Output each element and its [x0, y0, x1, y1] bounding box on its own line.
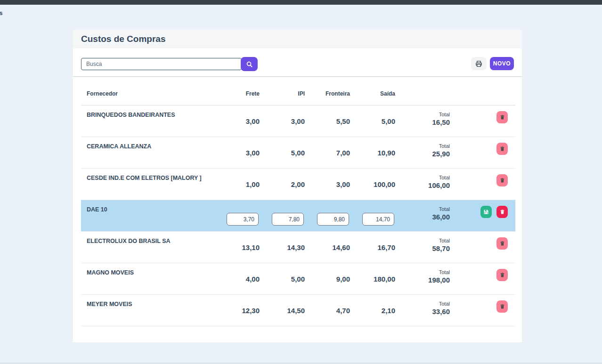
table-row-editing: DAE 10 Total 36,00	[81, 200, 515, 232]
fronteira-value: 9,00	[305, 263, 350, 294]
table-row[interactable]: BRINQUEDOS BANDEIRANTES 3,00 3,00 5,50 5…	[81, 105, 515, 137]
total-value: 33,60	[395, 307, 450, 315]
search-button[interactable]	[241, 57, 258, 71]
total-cell: Total 58,70	[395, 232, 450, 263]
ipi-input[interactable]	[272, 213, 304, 226]
trash-icon	[500, 209, 505, 215]
table-row[interactable]: MEYER MOVEIS 12,30 14,50 4,70 2,10 Total…	[81, 295, 515, 326]
search-icon	[246, 61, 253, 68]
row-actions	[450, 295, 515, 326]
delete-button[interactable]	[496, 206, 508, 218]
total-value: 16,50	[395, 118, 450, 126]
frete-value: 1,00	[214, 169, 260, 200]
supplier-name: MAGNO MOVEIS	[81, 263, 214, 294]
total-cell: Total 36,00	[395, 200, 450, 231]
table-row[interactable]: CERAMICA ALLEANZA 3,00 5,00 7,00 10,90 T…	[81, 137, 515, 169]
delete-button[interactable]	[496, 237, 508, 250]
page-title: Custos de Compras	[81, 34, 165, 44]
saida-value: 10,90	[350, 137, 395, 168]
saida-value: 2,10	[350, 295, 395, 326]
supplier-name: CERAMICA ALLEANZA	[81, 137, 214, 168]
ipi-value: 2,00	[260, 169, 305, 200]
delete-button[interactable]	[496, 300, 508, 313]
total-label: Total	[395, 206, 450, 212]
saida-value: 16,70	[350, 232, 395, 263]
table-row[interactable]: ELECTROLUX DO BRASIL SA 13,10 14,30 14,6…	[81, 232, 515, 263]
novo-button[interactable]: NOVO	[490, 57, 514, 70]
supplier-name: DAE 10	[81, 200, 214, 231]
total-label: Total	[395, 143, 450, 149]
supplier-name: ELECTROLUX DO BRASIL SA	[81, 232, 214, 263]
fronteira-value: 3,00	[305, 169, 350, 200]
row-actions	[450, 169, 515, 200]
floppy-disk-icon	[483, 209, 489, 215]
fronteira-cell	[305, 200, 350, 231]
frete-value: 13,10	[214, 232, 260, 263]
saida-value: 5,00	[350, 105, 395, 137]
total-value: 106,00	[395, 181, 450, 189]
total-label: Total	[395, 301, 450, 307]
fronteira-value: 4,70	[305, 295, 350, 326]
total-label: Total	[395, 112, 450, 117]
delete-button[interactable]	[496, 269, 508, 281]
card-header: Custos de Compras	[73, 30, 522, 49]
total-cell: Total 106,00	[395, 169, 450, 200]
column-header-fornecedor: Fornecedor	[81, 90, 214, 105]
trash-icon	[500, 146, 505, 152]
print-button[interactable]	[471, 57, 487, 70]
column-header-ipi: IPI	[260, 90, 305, 105]
row-actions	[450, 232, 515, 263]
total-label: Total	[395, 238, 450, 243]
table-row[interactable]: CESDE IND.E COM ELETROS [MALORY ] 1,00 2…	[81, 169, 515, 200]
supplier-name: BRINQUEDOS BANDEIRANTES	[81, 105, 214, 137]
total-value: 58,70	[395, 244, 450, 252]
trash-icon	[500, 114, 505, 120]
frete-value: 3,00	[214, 137, 260, 168]
trash-icon	[500, 272, 505, 278]
row-actions	[450, 105, 515, 137]
toolbar: NOVO	[73, 49, 522, 77]
total-cell: Total 25,90	[395, 137, 450, 168]
nav-link-partial[interactable]: os	[0, 10, 3, 16]
column-header-actions-empty	[450, 90, 515, 105]
supplier-name: MEYER MOVEIS	[81, 295, 214, 326]
table-row[interactable]: MAGNO MOVEIS 4,00 5,00 9,00 180,00 Total…	[81, 263, 515, 295]
fronteira-value: 14,60	[305, 232, 350, 263]
ipi-value: 5,00	[260, 263, 305, 294]
column-header-saida: Saída	[350, 90, 395, 105]
saida-value: 180,00	[350, 263, 395, 294]
ipi-cell	[260, 200, 305, 231]
total-cell: Total 198,00	[395, 263, 450, 294]
ipi-value: 3,00	[260, 105, 305, 137]
search-input[interactable]	[81, 58, 242, 70]
total-value: 25,90	[395, 150, 450, 158]
total-value: 198,00	[395, 276, 450, 284]
total-cell: Total 33,60	[395, 295, 450, 326]
row-actions	[450, 200, 515, 231]
delete-button[interactable]	[496, 143, 508, 155]
trash-icon	[500, 304, 505, 309]
trash-icon	[500, 178, 505, 183]
frete-cell	[214, 200, 260, 231]
row-actions	[450, 263, 515, 294]
row-actions	[450, 137, 515, 168]
trash-icon	[500, 241, 505, 246]
frete-input[interactable]	[227, 213, 259, 226]
top-navbar	[0, 0, 602, 5]
delete-button[interactable]	[496, 111, 508, 123]
saida-value: 100,00	[350, 169, 395, 200]
fronteira-input[interactable]	[317, 213, 349, 226]
frete-value: 3,00	[214, 105, 260, 137]
saida-input[interactable]	[362, 213, 394, 226]
custos-de-compras-card: Custos de Compras NOVO Fornecedor Frete …	[73, 30, 522, 342]
total-cell: Total 16,50	[395, 105, 450, 137]
total-label: Total	[395, 269, 450, 275]
delete-button[interactable]	[496, 174, 508, 186]
ipi-value: 14,50	[260, 295, 305, 326]
supplier-name: CESDE IND.E COM ELETROS [MALORY ]	[81, 169, 214, 200]
table-header-row: Fornecedor Frete IPI Fronteira Saída	[81, 77, 515, 105]
suppliers-table: Fornecedor Frete IPI Fronteira Saída BRI…	[81, 77, 515, 326]
saida-cell	[350, 200, 395, 231]
frete-value: 12,30	[214, 295, 260, 326]
save-button[interactable]	[480, 206, 492, 218]
